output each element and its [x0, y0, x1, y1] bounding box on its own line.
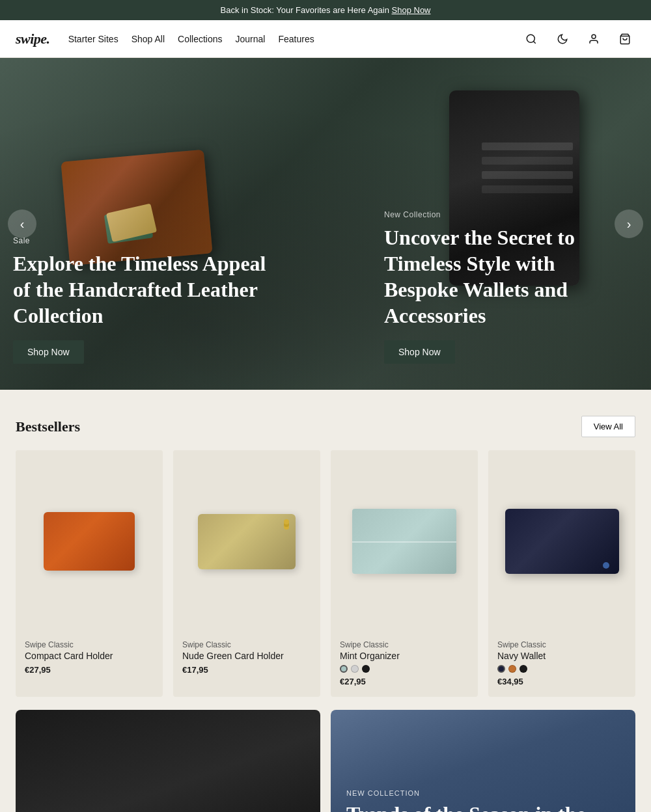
hero-label-right: New Collection — [384, 210, 631, 219]
product-brand-3: Swipe Classic — [340, 640, 469, 649]
view-all-button[interactable]: View All — [581, 416, 635, 437]
promo-card-new[interactable]: New Collection Trends of the Season in t… — [331, 710, 635, 812]
wallet-navy-shape — [505, 509, 619, 574]
svg-line-1 — [533, 41, 535, 43]
swatch-gray[interactable] — [351, 665, 359, 673]
promo-card-sale[interactable]: Seasonal Deals Sale Up to 50% — [16, 710, 320, 812]
slider-next-button[interactable]: › — [615, 210, 643, 238]
hero-text-right: New Collection Uncover the Secret to Tim… — [384, 210, 631, 364]
chevron-right-icon: › — [627, 217, 631, 232]
swatch-black[interactable] — [362, 665, 370, 673]
hero-title-left: Explore the Timeless Appeal of the Handc… — [13, 250, 286, 329]
banner-link[interactable]: Shop Now — [392, 5, 431, 15]
nav-collections[interactable]: Collections — [178, 34, 222, 44]
product-brand-2: Swipe Classic — [182, 640, 311, 649]
product-image-1[interactable] — [16, 450, 163, 632]
product-image-3[interactable] — [331, 450, 478, 632]
wallet-navy-zipper — [603, 562, 609, 569]
bestsellers-title: Bestsellers — [16, 418, 80, 435]
header: swipe. Starter Sites Shop All Collection… — [0, 20, 651, 58]
hero-shop-now-right[interactable]: Shop Now — [384, 340, 455, 364]
product-name-3: Mint Organizer — [340, 651, 469, 661]
wallet-orange-shape — [44, 512, 135, 571]
slider-prev-button[interactable]: ‹ — [8, 210, 36, 238]
color-swatches-4 — [497, 665, 626, 673]
product-name-2: Nude Green Card Holder — [182, 651, 311, 661]
product-info-4: Swipe Classic Navy Wallet €34,95 — [488, 632, 635, 697]
header-icons — [521, 29, 635, 49]
cart-icon[interactable] — [615, 29, 635, 49]
hero-shop-now-left[interactable]: Shop Now — [13, 340, 84, 364]
promo-title-new: Trends of the Season in the New Collecti… — [346, 802, 620, 812]
product-price-1: €27,95 — [25, 665, 154, 675]
banner-text: Back in Stock: Your Favorites are Here A… — [220, 5, 391, 15]
product-name-1: Compact Card Holder — [25, 651, 154, 661]
top-banner: Back in Stock: Your Favorites are Here A… — [0, 0, 651, 20]
swatch-black-4[interactable] — [519, 665, 527, 673]
wallet-gold-shape — [198, 514, 296, 569]
chevron-left-icon: ‹ — [20, 217, 25, 232]
wallet-mint-shape — [352, 509, 456, 574]
hero-label-left: Sale — [13, 236, 286, 245]
moon-icon[interactable] — [552, 29, 573, 49]
search-icon[interactable] — [521, 29, 542, 49]
promo-text-new: New Collection Trends of the Season in t… — [331, 774, 635, 812]
main-nav: Starter Sites Shop All Collections Journ… — [68, 34, 314, 44]
product-info-3: Swipe Classic Mint Organizer €27,95 — [331, 632, 478, 697]
product-grid: Swipe Classic Compact Card Holder €27,95… — [16, 450, 635, 697]
product-info-2: Swipe Classic Nude Green Card Holder €17… — [173, 632, 320, 685]
promo-label-new: New Collection — [346, 789, 620, 797]
color-swatches-3 — [340, 665, 469, 673]
wallet-gold-zipper — [284, 519, 289, 524]
product-price-2: €17,95 — [182, 665, 311, 675]
product-brand-4: Swipe Classic — [497, 640, 626, 649]
nav-features[interactable]: Features — [278, 34, 314, 44]
product-card-2: Swipe Classic Nude Green Card Holder €17… — [173, 450, 320, 697]
product-name-4: Navy Wallet — [497, 651, 626, 661]
nav-shop-all[interactable]: Shop All — [132, 34, 165, 44]
promo-text-sale: Seasonal Deals Sale Up to 50% — [16, 798, 185, 812]
product-card-3: Swipe Classic Mint Organizer €27,95 — [331, 450, 478, 697]
product-price-4: €34,95 — [497, 677, 626, 686]
product-brand-1: Swipe Classic — [25, 640, 154, 649]
svg-point-2 — [592, 34, 596, 38]
product-image-2[interactable] — [173, 450, 320, 632]
product-card-4: Swipe Classic Navy Wallet €34,95 — [488, 450, 635, 697]
nav-starter-sites[interactable]: Starter Sites — [68, 34, 118, 44]
main-content: Bestsellers View All Swipe Classic Compa… — [0, 390, 651, 812]
hero-title-right: Uncover the Secret to Timeless Style wit… — [384, 224, 631, 329]
bestsellers-header: Bestsellers View All — [16, 416, 635, 437]
product-card-1: Swipe Classic Compact Card Holder €27,95 — [16, 450, 163, 697]
swatch-mint[interactable] — [340, 665, 348, 673]
product-price-3: €27,95 — [340, 677, 469, 686]
product-info-1: Swipe Classic Compact Card Holder €27,95 — [16, 632, 163, 685]
product-image-4[interactable] — [488, 450, 635, 632]
nav-journal[interactable]: Journal — [236, 34, 266, 44]
hero-section: Sale Explore the Timeless Appeal of the … — [0, 58, 651, 390]
account-icon[interactable] — [583, 29, 604, 49]
hero-text-left: Sale Explore the Timeless Appeal of the … — [13, 236, 286, 364]
hero-background: Sale Explore the Timeless Appeal of the … — [0, 58, 651, 390]
swatch-tan[interactable] — [508, 665, 516, 673]
swatch-navy[interactable] — [497, 665, 505, 673]
svg-point-0 — [527, 34, 534, 42]
header-left: swipe. Starter Sites Shop All Collection… — [16, 31, 314, 47]
logo[interactable]: swipe. — [16, 31, 50, 47]
promo-grid: Seasonal Deals Sale Up to 50% New Collec… — [16, 710, 635, 812]
